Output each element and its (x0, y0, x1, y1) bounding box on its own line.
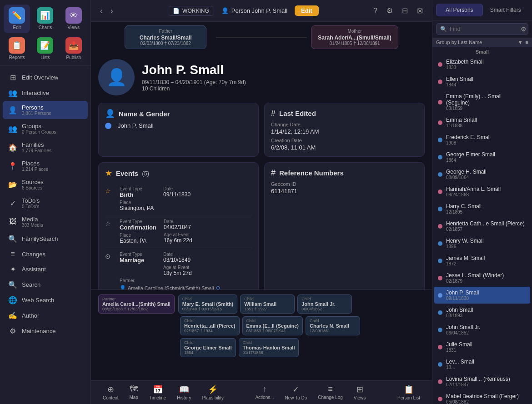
mother-card[interactable]: Mother Sarah Ader/A...(Smull/Small) 01/2… (311, 25, 398, 49)
fullscreen-button[interactable]: ⊠ (414, 5, 426, 16)
back-button[interactable]: ‹ (97, 6, 105, 16)
partner-label: Partner (102, 297, 171, 301)
list-item-frederick[interactable]: Frederick E. Small 1908 (434, 131, 530, 148)
person-dot-jesse (438, 276, 442, 280)
sidebar-item-maintenance[interactable]: ⚙ Maintenance (3, 324, 88, 339)
sidebar-item-reports[interactable]: 📋 Reports (4, 35, 30, 63)
sidebar-item-interactive[interactable]: 👥 Interactive (3, 85, 88, 100)
person-icon: 👤 (221, 7, 229, 14)
person-name-harry: Harry C. Small (446, 203, 482, 209)
view-split-button[interactable]: ⊟ (399, 5, 411, 16)
confirmation-type: Confirmation (120, 224, 156, 231)
timeline-icon: 📅 (153, 384, 163, 394)
change-date-label: Change Date (271, 122, 301, 127)
sidebar-item-assistant[interactable]: ✦ Assistant (3, 262, 88, 277)
sidebar-item-charts[interactable]: 📊 Charts (32, 5, 58, 33)
map-button[interactable]: 🗺 Map (125, 383, 142, 402)
list-item-emma-emily[interactable]: Emma (Emily).... Small (Seguine) 03/1859 (434, 90, 530, 114)
partner-link-icon[interactable]: ⊙ (216, 285, 220, 289)
list-item-mabel[interactable]: Mabel Beatrice Small (Ferger) 05/08/1882 (434, 390, 530, 404)
marriage-date: 03/10/1849 (163, 257, 200, 263)
child-name-3: Henrietta...all (Pierce) (184, 323, 236, 329)
list-item-hannah[interactable]: Hannah/Anna L. Small 08/24/1868 (434, 183, 530, 200)
all-persons-button[interactable]: All Persons (436, 4, 483, 16)
person-date-julie: 1831 (446, 348, 472, 353)
list-item-john-p[interactable]: John P. Small 09/11/1830 (434, 287, 530, 304)
views-bottom-button[interactable]: ⊞ Views (349, 383, 371, 402)
sidebar-item-media[interactable]: 🖼 Media 303 Media (3, 213, 88, 231)
context-button[interactable]: ⊕ Context (98, 383, 123, 402)
list-item-ellen[interactable]: Ellen Small 1844 (434, 73, 530, 90)
search-input[interactable] (450, 26, 518, 32)
sidebar-item-sources[interactable]: 📂 Sources 6 Sources (3, 175, 88, 194)
smart-filters-button[interactable]: Smart Filters (483, 4, 529, 16)
search-settings-icon[interactable]: ⚙ (521, 25, 527, 33)
confirmation-place: Easton, PA (120, 238, 156, 244)
person-list-button[interactable]: 📋 Person List (393, 383, 425, 402)
sidebar-item-publish[interactable]: 📤 Publish (60, 35, 87, 63)
settings-button[interactable]: ⚙ (384, 5, 396, 16)
father-card[interactable]: Father Charles Small/Small 02/03/1800 † … (125, 25, 206, 49)
tree-card-john-jr[interactable]: Child John Small Jr. 06/04/1852 (297, 294, 352, 314)
working-badge[interactable]: 📄 WORKING (168, 6, 214, 16)
timeline-button[interactable]: 📅 Timeline (145, 383, 171, 402)
person-dot-lev (438, 362, 442, 367)
tree-card-mary[interactable]: Child Mary E. Small (Smith) 06/1849 † 03… (178, 294, 237, 314)
person-dot-julie (438, 345, 442, 349)
person-name-julie: Julie Small (446, 341, 472, 348)
list-item-john-jr[interactable]: John Small Jr. 06/04/1852 (434, 321, 530, 338)
list-item-harry[interactable]: Harry C. Small 12/1895 (434, 200, 530, 217)
list-item-james[interactable]: James M. Small 1872 (434, 252, 530, 269)
right-panel: All Persons Smart Filters 🔍 ⚙ Group by L… (432, 0, 532, 404)
tree-card-henrietta[interactable]: Child Henrietta...all (Pierce) 02/1857 †… (180, 316, 240, 335)
list-item-john[interactable]: John Small 03/1893 (434, 304, 530, 321)
list-item-julie[interactable]: Julie Small 1831 (434, 339, 530, 355)
tree-card-thomas[interactable]: Child Thomas Hanlon Small 01/17/1866 (239, 338, 299, 357)
list-item-george-elmer[interactable]: George Elmer Small 1864 (434, 149, 530, 165)
sidebar-item-groups[interactable]: 👥 Groups 0 Person Groups (3, 120, 88, 138)
list-item-henrietta[interactable]: Henrietta Cath...e Small (Pierce) 02/185… (434, 218, 530, 234)
tree-card-george-elmer[interactable]: Child George Elmer Small 1864 (180, 338, 236, 357)
forward-button[interactable]: › (108, 6, 115, 16)
tree-card-emma[interactable]: Child Emma (E...ll (Seguine) 03/1859 † 0… (242, 316, 303, 335)
list-item-jesse[interactable]: Jesse L. Small (Winder) 02/1879 (434, 269, 530, 286)
list-item-lovina[interactable]: Lovina Small... (Renfeuss) 02/11/1847 (434, 373, 530, 390)
plausibility-button[interactable]: ⚡ Plausibility (197, 383, 228, 402)
sidebar-item-lists[interactable]: 📝 Lists (32, 35, 58, 63)
help-button[interactable]: ? (371, 5, 380, 16)
list-item-lev[interactable]: Lev... Small 18... Henry Small 4896 Harr… (434, 356, 530, 373)
sidebar-item-places[interactable]: 📍 Places 1,214 Places (3, 157, 88, 175)
sidebar-item-families[interactable]: 🏠 Families 1,779 Families (3, 138, 88, 156)
sidebar-item-todos[interactable]: ✓ ToDo's 0 ToDo's (3, 194, 88, 212)
new-todo-button[interactable]: ✓ New To Do (281, 383, 312, 402)
actions-button[interactable]: ↑ Actions... (251, 383, 278, 402)
sidebar-item-persons[interactable]: 👤 Persons 3,861 Persons (3, 101, 88, 119)
tree-card-william[interactable]: Child William Small 1851 † 1927 (240, 294, 295, 314)
history-button[interactable]: 📖 History (172, 383, 196, 402)
change-log-button[interactable]: ≡ Change Log (313, 383, 347, 402)
sidebar-item-familysearch[interactable]: 🔍 FamilySearch (3, 231, 88, 246)
tree-card-charles[interactable]: Child Charles N. Small 12/09/1861 (306, 316, 360, 335)
list-item-elizabeth[interactable]: Elizabeth Small 1833 (434, 56, 530, 73)
person-dot-hannah (438, 190, 442, 194)
sidebar-item-edit-overview[interactable]: ⊞ Edit Overview (3, 70, 88, 85)
person-name-john: John Small (446, 307, 473, 313)
edit-button[interactable]: Edit (295, 5, 319, 16)
mother-dates: 01/24/1805 † 12/06/1891 (318, 41, 391, 46)
sidebar-item-changes[interactable]: ≡ Changes (3, 247, 88, 261)
list-item-henry[interactable]: Henry W. Small 1896 (434, 235, 530, 252)
group-bar[interactable]: Group by Last Name ▼ ≡ (432, 38, 532, 47)
list-item-emma[interactable]: Emma Small 11/1888 (434, 114, 530, 131)
sidebar-item-author[interactable]: ✍ Author (3, 308, 88, 323)
birth-star: ☆ (105, 186, 114, 211)
sidebar-item-edit[interactable]: ✏️ Edit (4, 5, 30, 33)
person-dot-john (438, 310, 442, 315)
search-label: Search (22, 281, 40, 288)
familysearch-icon: 🔍 (8, 234, 17, 243)
sidebar-item-web-search[interactable]: 🌐 Web Search (3, 293, 88, 308)
tree-card-partner[interactable]: Partner Amelia Caroli...(Smith) Small 08… (98, 294, 175, 314)
sidebar-item-search[interactable]: 🔍 Search (3, 277, 88, 292)
person-date-harry: 12/1895 (446, 209, 482, 214)
list-item-george-h[interactable]: George H. Small 08/09/1864 (434, 166, 530, 183)
sidebar-item-views[interactable]: 👁 Views (60, 5, 87, 33)
